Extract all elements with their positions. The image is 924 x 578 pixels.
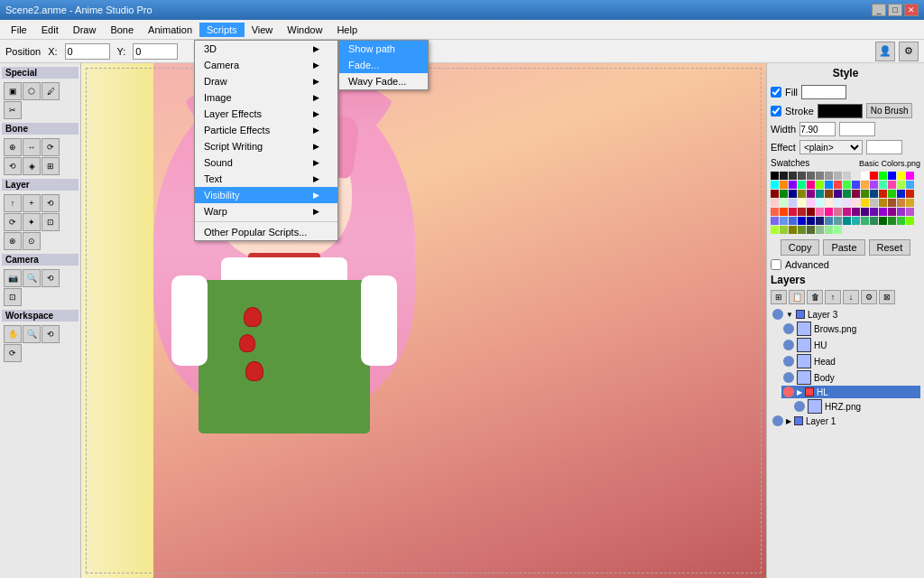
- tool-workspace-2[interactable]: 🔍: [23, 325, 41, 343]
- tool-workspace-3[interactable]: ⟲: [42, 325, 60, 343]
- swatch-cell[interactable]: [861, 208, 869, 216]
- menu-window[interactable]: Window: [280, 23, 329, 37]
- swatch-cell[interactable]: [870, 208, 878, 216]
- swatch-cell[interactable]: [771, 172, 779, 180]
- swatch-cell[interactable]: [834, 226, 842, 234]
- swatch-cell[interactable]: [852, 172, 860, 180]
- swatch-cell[interactable]: [843, 217, 851, 225]
- swatch-cell[interactable]: [789, 208, 797, 216]
- swatch-cell[interactable]: [807, 208, 815, 216]
- close-button[interactable]: ✕: [904, 4, 919, 16]
- swatch-cell[interactable]: [852, 217, 860, 225]
- layer-1[interactable]: ▶ Layer 1: [771, 415, 920, 427]
- swatch-cell[interactable]: [771, 181, 779, 189]
- fill-checkbox[interactable]: [771, 87, 781, 98]
- fill-color-swatch[interactable]: [801, 85, 846, 99]
- hl-layer[interactable]: ▶ HL: [781, 386, 920, 398]
- tool-bone-6[interactable]: ⊞: [42, 157, 60, 175]
- swatch-cell[interactable]: [789, 226, 797, 234]
- swatch-cell[interactable]: [888, 208, 896, 216]
- swatch-cell[interactable]: [897, 172, 905, 180]
- menu-view[interactable]: View: [245, 23, 281, 37]
- menu-help[interactable]: Help: [329, 23, 365, 37]
- swatch-cell[interactable]: [780, 208, 788, 216]
- menu-script-writing[interactable]: Script Writing▶: [195, 138, 337, 154]
- swatch-cell[interactable]: [771, 190, 779, 198]
- swatch-cell[interactable]: [834, 199, 842, 207]
- swatch-cell[interactable]: [771, 226, 779, 234]
- menu-scripts[interactable]: Scripts: [199, 23, 245, 37]
- swatch-cell[interactable]: [789, 199, 797, 207]
- tool-layer-3[interactable]: ⟲: [42, 194, 60, 212]
- swatch-cell[interactable]: [879, 190, 887, 198]
- swatch-cell[interactable]: [825, 181, 833, 189]
- minimize-button[interactable]: _: [872, 4, 886, 16]
- swatch-cell[interactable]: [834, 217, 842, 225]
- swatch-cell[interactable]: [861, 199, 869, 207]
- body-layer[interactable]: Body: [781, 369, 920, 386]
- no-brush-button[interactable]: No Brush: [866, 103, 913, 118]
- swatch-cell[interactable]: [852, 199, 860, 207]
- menu-visibility-show-path[interactable]: Show path: [339, 41, 428, 57]
- swatch-cell[interactable]: [888, 172, 896, 180]
- swatch-cell[interactable]: [780, 226, 788, 234]
- swatch-cell[interactable]: [771, 217, 779, 225]
- swatch-cell[interactable]: [834, 172, 842, 180]
- swatch-cell[interactable]: [879, 172, 887, 180]
- swatch-cell[interactable]: [870, 190, 878, 198]
- swatch-cell[interactable]: [816, 172, 824, 180]
- swatch-cell[interactable]: [843, 190, 851, 198]
- paste-button[interactable]: Paste: [823, 239, 864, 256]
- swatch-cell[interactable]: [807, 190, 815, 198]
- menu-text[interactable]: Text▶: [195, 171, 337, 187]
- stroke-color-swatch[interactable]: [818, 104, 863, 118]
- swatch-cell[interactable]: [888, 199, 896, 207]
- swatch-cell[interactable]: [789, 217, 797, 225]
- menu-image[interactable]: Image▶: [195, 89, 337, 106]
- tool-bone-4[interactable]: ⟲: [4, 157, 22, 175]
- swatch-cell[interactable]: [816, 199, 824, 207]
- swatch-cell[interactable]: [798, 208, 806, 216]
- stroke-checkbox[interactable]: [771, 106, 781, 117]
- width-input-2[interactable]: [839, 122, 875, 136]
- tool-special-2[interactable]: ⬡: [23, 82, 41, 100]
- layer-3-expand[interactable]: ▼: [786, 311, 793, 319]
- swatch-cell[interactable]: [825, 199, 833, 207]
- tool-layer-1[interactable]: ↑: [4, 194, 22, 212]
- swatch-cell[interactable]: [888, 217, 896, 225]
- menu-wavy-fade[interactable]: Wavy Fade...: [339, 73, 428, 89]
- swatch-cell[interactable]: [843, 199, 851, 207]
- layer-btn-1[interactable]: ⊞: [771, 290, 787, 304]
- layer-btn-6[interactable]: ⚙: [861, 290, 877, 304]
- swatch-cell[interactable]: [816, 217, 824, 225]
- menu-animation[interactable]: Animation: [141, 23, 199, 37]
- tool-special-1[interactable]: ▣: [4, 82, 22, 100]
- swatch-cell[interactable]: [798, 181, 806, 189]
- swatch-cell[interactable]: [816, 208, 824, 216]
- swatch-cell[interactable]: [834, 181, 842, 189]
- swatch-cell[interactable]: [780, 190, 788, 198]
- layer-btn-2[interactable]: 📋: [789, 290, 805, 304]
- swatch-cell[interactable]: [897, 190, 905, 198]
- swatch-cell[interactable]: [825, 208, 833, 216]
- swatch-cell[interactable]: [798, 217, 806, 225]
- tool-layer-6[interactable]: ⊡: [42, 213, 60, 231]
- swatch-cell[interactable]: [789, 181, 797, 189]
- swatch-cell[interactable]: [852, 190, 860, 198]
- copy-button[interactable]: Copy: [781, 239, 820, 256]
- swatch-cell[interactable]: [906, 199, 914, 207]
- swatch-cell[interactable]: [798, 226, 806, 234]
- menu-3d[interactable]: 3D▶: [195, 41, 337, 57]
- tool-layer-2[interactable]: +: [23, 194, 41, 212]
- layer-btn-5[interactable]: ↓: [843, 290, 859, 304]
- swatch-cell[interactable]: [825, 172, 833, 180]
- swatch-cell[interactable]: [852, 181, 860, 189]
- menu-warp[interactable]: Warp▶: [195, 203, 337, 219]
- tool-camera-2[interactable]: 🔍: [23, 269, 41, 287]
- swatch-cell[interactable]: [834, 208, 842, 216]
- tool-workspace-1[interactable]: ✋: [4, 325, 22, 343]
- swatch-cell[interactable]: [843, 172, 851, 180]
- swatch-cell[interactable]: [798, 199, 806, 207]
- x-input[interactable]: [65, 43, 110, 60]
- swatch-cell[interactable]: [816, 181, 824, 189]
